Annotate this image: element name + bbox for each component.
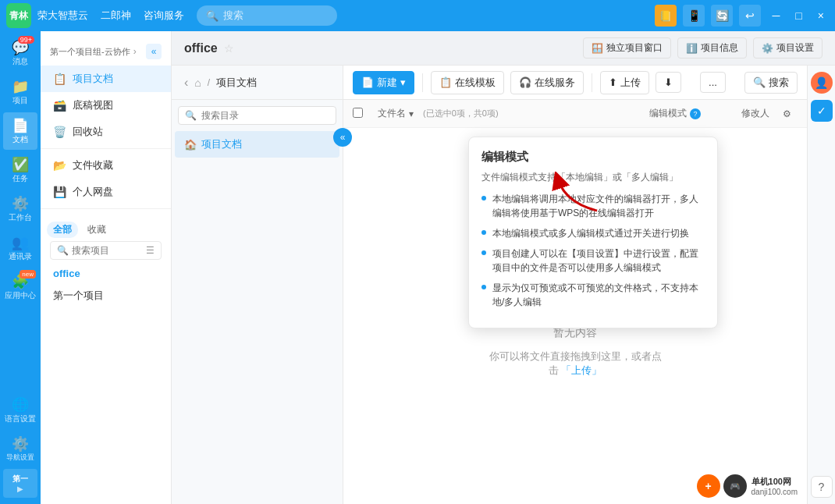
check-all-col [353, 108, 371, 120]
sort-icon[interactable]: ▾ [409, 108, 414, 119]
menu-item-recycle[interactable]: 🗑️ 回收站 [41, 119, 171, 145]
watermark-text: 单机100网 danji100.com [752, 476, 798, 496]
breadcrumb: 项目文档 [216, 76, 257, 90]
project-list-item-office[interactable]: office [41, 263, 171, 284]
back-button[interactable]: ‹ [184, 76, 188, 90]
sidebar-item-first[interactable]: 第一 ▶ [3, 469, 37, 498]
dir-search-input[interactable] [201, 110, 329, 121]
project-list-item-first[interactable]: 第一个项目 [41, 284, 171, 307]
template-icon: 📋 [439, 76, 452, 88]
new-button[interactable]: 📄 新建 ▾ [353, 71, 414, 94]
maximize-button[interactable]: □ [791, 9, 806, 22]
upload-button[interactable]: ⬆ 上传 [600, 71, 649, 94]
project-info-btn[interactable]: ℹ️ 项目信息 [677, 37, 747, 59]
personal-disk-icon: 💾 [53, 186, 66, 198]
search-button[interactable]: 🔍 搜索 [744, 72, 798, 94]
tooltip-desc: 文件编辑模式支持「本地编辑」或「多人编辑」 [481, 171, 705, 184]
file-collect-icon: 📂 [53, 159, 66, 172]
sidebar-item-navsettings[interactable]: ⚙️ 导航设置 [3, 431, 37, 467]
dir-sidebar: ‹ ⌂ / 项目文档 🔍 🏠 项目文档 « [172, 66, 343, 504]
project-search-icon: 🔍 [57, 245, 69, 256]
titlebar-icon-notes[interactable]: 📒 [655, 5, 677, 27]
sidebar-item-contacts[interactable]: 👥 通讯录 [3, 229, 37, 267]
contacts-icon: 👥 [12, 234, 29, 251]
sidebar-item-workspace[interactable]: ⚙️ 工作台 [3, 190, 37, 228]
message-badge: 99+ [18, 36, 34, 44]
tooltip-popup: 编辑模式 文件编辑模式支持「本地编辑」或「多人编辑」 本地编辑将调用本地对应文件… [468, 137, 718, 328]
collapse-icon[interactable]: « [333, 128, 352, 147]
tooltip-text-0: 本地编辑将调用本地对应文件的编辑器打开，多人编辑将使用基于WPS的在线编辑器打开 [492, 192, 705, 220]
close-button[interactable]: × [813, 9, 829, 22]
workspace-label: 工作台 [9, 212, 32, 223]
sidebar-item-message[interactable]: 💬 消息 99+ [3, 34, 37, 72]
dir-sidebar-inner: ‹ ⌂ / 项目文档 🔍 🏠 项目文档 « [172, 66, 343, 158]
watermark: + 🎮 单机100网 danji100.com [697, 474, 798, 498]
dir-search[interactable]: 🔍 [178, 106, 336, 125]
right-help-btn[interactable]: ? [811, 476, 833, 498]
project-search[interactable]: 🔍 ☰ [50, 241, 162, 260]
new-badge: new [20, 270, 36, 279]
settings-col[interactable]: ⚙ [776, 108, 798, 119]
tooltip-item-3: 显示为仅可预览或不可预览的文件格式，不支持本地/多人编辑 [481, 281, 705, 309]
project-icon: 📁 [12, 78, 29, 95]
standalone-window-btn[interactable]: 🪟 独立项目窗口 [583, 37, 671, 59]
modifier-col: 修改人 [707, 107, 769, 120]
titlebar-icon-device[interactable]: 📱 [683, 5, 705, 27]
sidebar-item-language[interactable]: 🌐 语言设置 [3, 392, 37, 429]
menu-item-file-collect[interactable]: 📂 文件收藏 [41, 152, 171, 179]
content-search-area: 🔍 搜索 [744, 72, 798, 94]
second-sidebar: 第一个项目组-云协作 › « 📋 项目文档 🗃️ 底稿视图 🗑️ 回收站 📂 文… [41, 31, 172, 504]
project-search-input[interactable] [72, 245, 143, 256]
service-button[interactable]: 🎧 在线服务 [510, 71, 584, 94]
tooltip-item-0: 本地编辑将调用本地对应文件的编辑器打开，多人编辑将使用基于WPS的在线编辑器打开 [481, 192, 705, 220]
edit-mode-col: 编辑模式 ? [649, 107, 701, 120]
sidebar-item-task[interactable]: ✅ 任务 [3, 151, 37, 189]
navsettings-label: 导航设置 [6, 453, 34, 463]
check-all[interactable] [353, 108, 363, 118]
star-button[interactable]: ☆ [224, 42, 234, 55]
dir-item-project-docs[interactable]: 🏠 项目文档 [175, 131, 339, 158]
new-dropdown-icon: ▾ [400, 76, 406, 88]
upload-link[interactable]: 「上传」 [561, 364, 602, 376]
tooltip-text-3: 显示为仅可预览或不可预览的文件格式，不支持本地/多人编辑 [492, 281, 705, 309]
settings-icon: ⚙️ [762, 43, 773, 54]
sidebar-item-project[interactable]: 📁 项目 [3, 73, 37, 111]
file-list-header: 文件名 ▾ (已选中0项，共0项) 编辑模式 ? 修改人 ⚙ [343, 100, 807, 128]
sidebar-item-document[interactable]: 📄 文档 [3, 112, 37, 150]
task-label: 任务 [12, 173, 28, 184]
menu-item-base-view[interactable]: 🗃️ 底稿视图 [41, 92, 171, 119]
project-search-sort-icon[interactable]: ☰ [146, 245, 155, 256]
collapse-button[interactable]: « [146, 44, 162, 59]
menu-item-project-docs[interactable]: 📋 项目文档 [41, 66, 171, 92]
right-check-btn[interactable]: ✓ [811, 100, 833, 122]
avatar[interactable]: 👤 [811, 72, 833, 94]
navsettings-icon: ⚙️ [12, 435, 29, 453]
titlebar-icon-back[interactable]: ↩ [739, 5, 761, 27]
project-header: 第一个项目组-云协作 › « [41, 37, 171, 66]
sidebar-item-appcenter[interactable]: 🧩 应用中心 new [3, 268, 37, 306]
more-button[interactable]: ... [700, 72, 726, 93]
project-section: 全部 收藏 🔍 ☰ office 第一个项目 [41, 212, 171, 314]
appcenter-label: 应用中心 [5, 290, 36, 301]
minimize-button[interactable]: ─ [767, 9, 784, 22]
document-icon: 📄 [12, 117, 29, 134]
tool2-nav[interactable]: 咨询服务 [144, 9, 184, 23]
filter-all-btn[interactable]: 全部 [47, 222, 78, 238]
filter-collect-btn[interactable]: 收藏 [81, 222, 112, 238]
tooltip-text-2: 项目创建人可以在【项目设置】中进行设置，配置项目中的文件是否可以使用多人编辑模式 [492, 247, 705, 275]
project-settings-btn[interactable]: ⚙️ 项目设置 [753, 37, 823, 59]
titlebar-icon-refresh[interactable]: 🔄 [711, 5, 733, 27]
info-icon: ℹ️ [686, 43, 698, 54]
breadcrumb-sep: / [208, 77, 210, 88]
menu-item-personal-disk[interactable]: 💾 个人网盘 [41, 179, 171, 205]
edit-mode-help-icon[interactable]: ? [690, 108, 701, 119]
template-button[interactable]: 📋 在线模板 [431, 71, 504, 94]
tooltip-title: 编辑模式 [481, 150, 705, 165]
search-btn-icon: 🔍 [753, 76, 766, 88]
download-button[interactable]: ⬇ [656, 72, 681, 93]
dir-collapse-btn[interactable]: « [333, 128, 352, 147]
tool1-nav[interactable]: 二郎神 [101, 9, 131, 23]
file-collect-label: 文件收藏 [73, 158, 113, 172]
global-search[interactable]: 🔍 搜索 [197, 5, 337, 26]
home-button[interactable]: ⌂ [194, 76, 201, 89]
